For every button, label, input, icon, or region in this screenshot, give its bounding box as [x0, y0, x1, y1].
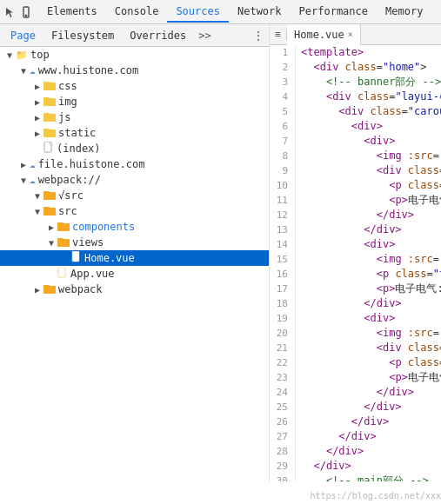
code-line: <!-- banner部分 -->: [301, 75, 441, 90]
tree-item-home-vue[interactable]: ▶ Home.vue: [0, 250, 269, 266]
cursor-icon[interactable]: [3, 5, 17, 19]
expand-arrow: ▶: [31, 82, 43, 91]
tree-item-js[interactable]: ▶ js: [0, 109, 269, 125]
expand-arrow: ▶: [31, 129, 43, 138]
subtab-filesystem[interactable]: Filesystem: [44, 27, 121, 44]
tree-item-index[interactable]: ▶ (index): [0, 141, 269, 156]
item-label: top: [30, 49, 50, 61]
item-label: Home.vue: [84, 252, 135, 264]
code-line: </div>: [301, 459, 441, 474]
code-line: <div class="home">: [301, 60, 441, 75]
tree-item-img[interactable]: ▶ img: [0, 94, 269, 109]
code-line: <p class="t: [301, 267, 441, 282]
folder-closed-icon: [43, 127, 56, 140]
code-line: <p>电子电气:</p>: [301, 193, 441, 208]
tab-console[interactable]: Console: [106, 2, 168, 23]
expand-arrow: ▼: [31, 207, 43, 216]
subtab-page[interactable]: Page: [3, 27, 43, 44]
file-tab-name: Home.vue: [294, 29, 344, 41]
code-line: <img :src="ba: [301, 252, 441, 267]
code-line: </div>: [301, 429, 441, 444]
sub-toolbar: Page Filesystem Overrides >> ⋮: [0, 24, 269, 47]
item-label: src: [58, 205, 77, 217]
item-label: views: [72, 236, 104, 249]
folder-closed-icon: [43, 80, 56, 93]
tree-item-src-dot[interactable]: ▼ √src: [0, 188, 269, 203]
subtab-overrides[interactable]: Overrides: [123, 27, 193, 44]
code-tab-bar: ≡ Home.vue ×: [270, 24, 441, 45]
code-line: <div>: [301, 134, 441, 149]
subtoolbar-more[interactable]: >>: [195, 30, 214, 42]
file-tree: ▼ 📁 top ▼ ☁ www.huistone.com ▶ css ▶: [0, 47, 269, 297]
tab-bar-left-icon[interactable]: ≡: [270, 29, 287, 40]
tree-item-app-vue[interactable]: ▶ App.vue: [0, 266, 269, 282]
item-label: webpack: [58, 283, 103, 295]
expand-arrow: ▼: [17, 66, 30, 76]
code-line: <div class="p: [301, 341, 441, 355]
svg-rect-16: [57, 222, 63, 225]
file-vue-icon: [57, 267, 68, 282]
cloud-icon: ☁: [30, 159, 36, 170]
expand-arrow: ▼: [31, 191, 43, 201]
code-line: <img :src="ba: [301, 326, 441, 341]
item-label: file.huistone.com: [38, 158, 145, 170]
code-content[interactable]: 1234567891011121314151617181920212223242…: [270, 45, 441, 481]
expand-arrow: ▶: [17, 160, 30, 169]
item-label: www.huistone.com: [38, 64, 139, 76]
code-line: <div class="p: [301, 163, 441, 178]
expand-arrow: ▼: [45, 238, 57, 248]
code-panel: ≡ Home.vue × 123456789101112131415161718…: [270, 24, 441, 481]
tree-item-views[interactable]: ▼ views: [0, 235, 269, 250]
main-content: Page Filesystem Overrides >> ⋮ ▼ 📁 top ▼…: [0, 24, 441, 481]
item-label: (index): [57, 143, 101, 155]
vertical-dots-icon[interactable]: ⋮: [251, 29, 265, 43]
item-label: webpack://: [38, 174, 101, 186]
code-line: <p>电子电气:</p>: [301, 370, 441, 385]
code-line: </div>: [301, 385, 441, 400]
code-file-tab[interactable]: Home.vue ×: [287, 24, 361, 45]
folder-closed-icon: [43, 111, 56, 124]
expand-arrow: ▼: [3, 50, 16, 60]
item-label: √src: [58, 189, 84, 202]
toolbar-tabs: Elements Console Sources Network Perform…: [38, 2, 431, 23]
folder-closed-icon: [57, 221, 70, 234]
tab-performance[interactable]: Performance: [291, 2, 377, 23]
file-icon: [43, 142, 54, 156]
expand-arrow: ▶: [45, 222, 57, 232]
close-tab-icon[interactable]: ×: [348, 30, 353, 39]
tree-item-src[interactable]: ▼ src: [0, 203, 269, 219]
tree-item-css[interactable]: ▶ css: [0, 78, 269, 94]
tab-network[interactable]: Network: [229, 2, 291, 23]
tab-memory[interactable]: Memory: [377, 2, 431, 23]
code-line: <div>: [301, 119, 441, 134]
folder-closed-icon: [43, 283, 56, 296]
tree-item-top[interactable]: ▼ 📁 top: [0, 47, 269, 63]
code-line: <p class="t: [301, 178, 441, 193]
cloud-icon: ☁: [30, 175, 36, 186]
tab-elements[interactable]: Elements: [38, 2, 106, 23]
line-numbers: 1234567891011121314151617181920212223242…: [270, 45, 296, 481]
tab-sources[interactable]: Sources: [167, 2, 229, 23]
folder-closed-icon: [43, 96, 56, 109]
code-line: </div>: [301, 414, 441, 429]
folder-open-icon: [43, 189, 56, 202]
svg-rect-7: [43, 113, 50, 116]
tree-item-file-huistone[interactable]: ▶ ☁ file.huistone.com: [0, 156, 269, 172]
code-lines: 1234567891011121314151617181920212223242…: [270, 45, 441, 481]
svg-rect-12: [43, 191, 50, 194]
tree-item-components[interactable]: ▶ components: [0, 219, 269, 235]
tree-item-webpack[interactable]: ▶ webpack: [0, 282, 269, 297]
tree-item-static[interactable]: ▶ static: [0, 125, 269, 141]
tree-item-webpack-root[interactable]: ▼ ☁ webpack://: [0, 172, 269, 188]
code-line: <template>: [301, 45, 441, 60]
code-line: </div>: [301, 222, 441, 237]
item-label: img: [58, 96, 77, 108]
mobile-icon[interactable]: [19, 5, 33, 19]
svg-point-1: [25, 15, 26, 16]
tree-item-huistone[interactable]: ▼ ☁ www.huistone.com: [0, 63, 269, 78]
svg-rect-3: [43, 82, 50, 84]
code-line: <!-- main部分 -->: [301, 474, 441, 481]
svg-rect-14: [43, 207, 50, 209]
file-tree-panel: Page Filesystem Overrides >> ⋮ ▼ 📁 top ▼…: [0, 24, 270, 481]
expand-arrow: ▶: [31, 97, 43, 107]
